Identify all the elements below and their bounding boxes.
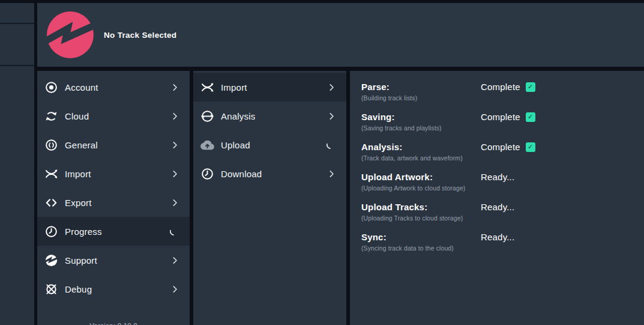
menu-item-label: Account (65, 82, 98, 93)
task-subtitle: (Building track lists) (361, 94, 636, 102)
menu-item-label: Import (221, 82, 247, 93)
sidebar-item-cloud[interactable]: Cloud (37, 102, 190, 130)
menu-item-label: General (65, 140, 98, 150)
divider (0, 23, 34, 24)
sidebar-item-import[interactable]: Import (37, 159, 190, 188)
progress-detail-panel: Parse:(Building track lists)Complete✓Sav… (350, 71, 644, 325)
task-status: Ready... (481, 231, 514, 243)
chevron-right-icon (170, 141, 179, 150)
app-window: No Track Selected AccountCloudGeneralImp… (0, 0, 644, 325)
task-status: Ready... (481, 201, 514, 213)
sidebar-item-support[interactable]: Support (37, 246, 190, 275)
debug-icon (44, 282, 58, 296)
menu-item-label: Download (221, 169, 262, 179)
task-row-sync: Sync:(Syncing track data to the cloud)Re… (356, 231, 636, 261)
import-icon (200, 80, 214, 94)
chevron-right-icon (327, 112, 336, 121)
account-icon (44, 80, 58, 94)
menu-item-label: Cloud (65, 111, 89, 121)
background-panel-edge (0, 3, 34, 325)
upload-cloud-icon (200, 138, 214, 152)
task-row-upload-artwork: Upload Artwork:(Uploading Artwork to clo… (356, 171, 636, 201)
sidebar-item-account[interactable]: Account (37, 73, 190, 102)
menu-item-label: Debug (65, 284, 92, 294)
divider (0, 65, 34, 66)
clock-icon (44, 224, 58, 238)
task-subtitle: (Track data, artwork and waveform) (361, 154, 636, 162)
settings-sidebar: AccountCloudGeneralImportExportProgressS… (37, 71, 190, 325)
menu-item-label: Progress (65, 226, 102, 237)
task-status: Complete✓ (481, 111, 535, 123)
task-status-text: Complete (481, 141, 520, 153)
chevron-right-icon (170, 169, 179, 178)
sidebar-item-general[interactable]: General (37, 130, 190, 159)
chevron-right-icon (170, 83, 179, 92)
analysis-icon (200, 109, 214, 123)
task-status: Complete✓ (481, 141, 535, 153)
task-status-text: Ready... (481, 201, 514, 213)
complete-checkbox: ✓ (526, 112, 535, 122)
menu-item-label: Export (65, 198, 92, 208)
chevron-right-icon (327, 83, 336, 92)
menu-item-label: Support (65, 255, 97, 266)
submenu-item-import[interactable]: Import (193, 73, 346, 102)
complete-checkbox: ✓ (526, 82, 535, 92)
track-title: No Track Selected (104, 31, 176, 40)
cloud-sync-icon (44, 109, 58, 123)
task-subtitle: (Uploading Tracks to cloud storage) (361, 214, 636, 222)
clock-icon (200, 166, 214, 181)
spinner-icon (325, 139, 336, 150)
chevron-right-icon (170, 198, 179, 207)
progress-submenu: ImportAnalysisUploadDownload (193, 71, 346, 325)
sidebar-item-progress[interactable]: Progress (37, 217, 190, 246)
version-label: Version: 0.19.0 (37, 322, 190, 325)
submenu-item-analysis[interactable]: Analysis (193, 102, 346, 130)
task-row-upload-tracks: Upload Tracks:(Uploading Tracks to cloud… (356, 201, 636, 231)
task-row-parse: Parse:(Building track lists)Complete✓ (356, 81, 636, 111)
task-status-text: Ready... (481, 171, 514, 183)
task-status: Ready... (481, 171, 514, 183)
export-icon (44, 195, 58, 210)
submenu-item-download[interactable]: Download (193, 159, 346, 188)
task-status-text: Complete (481, 81, 520, 93)
complete-checkbox: ✓ (526, 142, 535, 152)
chevron-right-icon (327, 169, 336, 178)
spinner-icon (169, 226, 179, 237)
chevron-right-icon (170, 112, 179, 121)
sidebar-item-export[interactable]: Export (37, 188, 190, 217)
app-logo-icon (47, 11, 94, 58)
task-status: Complete✓ (481, 81, 535, 93)
support-logo-icon (44, 253, 58, 267)
task-subtitle: (Uploading Artwork to cloud storage) (361, 184, 636, 192)
task-row-saving: Saving:(Saving tracks and playlists)Comp… (356, 111, 636, 141)
task-row-analysis: Analysis:(Track data, artwork and wavefo… (356, 141, 636, 171)
menu-item-label: Import (65, 169, 91, 179)
import-icon (44, 166, 58, 181)
submenu-item-upload[interactable]: Upload (193, 130, 346, 159)
sidebar-item-debug[interactable]: Debug (37, 275, 190, 303)
task-subtitle: (Saving tracks and playlists) (361, 124, 636, 132)
task-status-text: Ready... (481, 231, 514, 243)
menu-item-label: Upload (221, 140, 250, 150)
task-subtitle: (Syncing track data to the cloud) (361, 245, 636, 252)
chevron-right-icon (170, 256, 179, 265)
track-header: No Track Selected (37, 3, 644, 67)
chevron-right-icon (170, 285, 179, 294)
task-status-text: Complete (481, 111, 520, 123)
menu-item-label: Analysis (221, 111, 255, 121)
general-icon (44, 138, 58, 152)
